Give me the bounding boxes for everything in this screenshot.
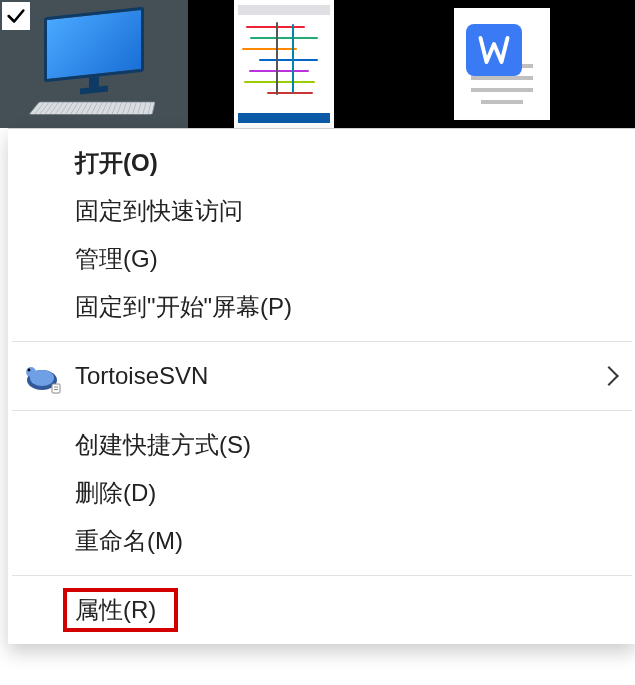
menu-item-pin-start[interactable]: 固定到"开始"屏幕(P) [8, 283, 635, 331]
svg-point-3 [28, 369, 31, 372]
menu-item-open[interactable]: 打开(O) [8, 139, 635, 187]
menu-item-label: 重命名(M) [75, 525, 183, 557]
menu-item-properties[interactable]: 属性(R) [8, 586, 635, 634]
check-icon [5, 5, 27, 27]
computer-icon [34, 12, 154, 117]
selection-checkbox[interactable] [2, 2, 30, 30]
menu-item-rename[interactable]: 重命名(M) [8, 517, 635, 565]
chevron-right-icon [599, 366, 619, 386]
menu-item-manage[interactable]: 管理(G) [8, 235, 635, 283]
menu-item-label: 属性(R) [75, 596, 156, 623]
context-menu: 打开(O) 固定到快速访问 管理(G) 固定到"开始"屏幕(P) [8, 128, 635, 644]
thumbnail-this-pc[interactable] [0, 0, 188, 128]
menu-section-2: TortoiseSVN [8, 342, 635, 410]
menu-item-delete[interactable]: 删除(D) [8, 469, 635, 517]
thumbnail-image-file[interactable] [234, 0, 334, 128]
highlight-box: 属性(R) [63, 588, 178, 632]
thumbnail-document[interactable] [408, 0, 596, 128]
document-icon [454, 8, 550, 120]
menu-item-label: 删除(D) [75, 477, 156, 509]
menu-item-pin-quick-access[interactable]: 固定到快速访问 [8, 187, 635, 235]
menu-section-1: 打开(O) 固定到快速访问 管理(G) 固定到"开始"屏幕(P) [8, 129, 635, 341]
svg-rect-4 [52, 384, 60, 393]
menu-item-label: 固定到"开始"屏幕(P) [75, 291, 292, 323]
menu-section-3: 创建快捷方式(S) 删除(D) 重命名(M) [8, 411, 635, 575]
tortoisesvn-icon [22, 356, 62, 396]
thumbnail-strip [0, 0, 635, 128]
menu-item-tortoisesvn[interactable]: TortoiseSVN [8, 352, 635, 400]
menu-item-create-shortcut[interactable]: 创建快捷方式(S) [8, 421, 635, 469]
menu-item-label: TortoiseSVN [75, 362, 208, 390]
menu-item-label: 管理(G) [75, 243, 158, 275]
svg-point-2 [26, 367, 36, 377]
menu-item-label: 打开(O) [75, 147, 158, 179]
menu-section-4: 属性(R) [8, 576, 635, 644]
menu-item-label: 创建快捷方式(S) [75, 429, 251, 461]
menu-item-label: 固定到快速访问 [75, 195, 243, 227]
wps-word-icon [466, 24, 522, 76]
map-image-icon [238, 5, 330, 123]
